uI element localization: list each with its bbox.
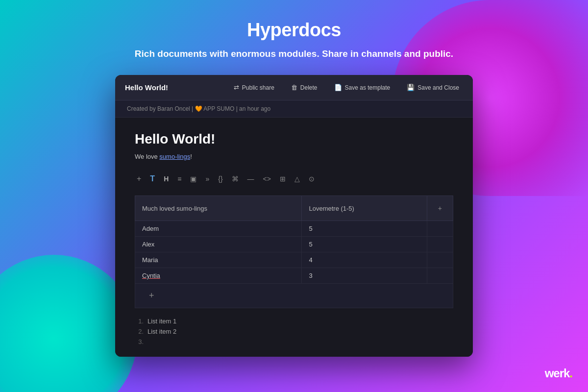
- save-close-label: Save and Close: [417, 84, 459, 91]
- list-text: List item 2: [147, 328, 176, 335]
- table-cell-value: 3: [302, 268, 427, 284]
- delete-label: Delete: [300, 84, 318, 91]
- werk-label: werk: [545, 367, 570, 380]
- page-title: Hyperdocs: [247, 20, 341, 41]
- public-share-label: Public share: [242, 84, 274, 91]
- share-icon: ⇄: [234, 84, 239, 91]
- add-column-button[interactable]: +: [434, 200, 446, 216]
- doc-heading: Hello World!: [135, 131, 453, 147]
- table-row: Maria4: [135, 252, 453, 268]
- warning-icon[interactable]: △: [293, 174, 302, 183]
- save-template-button[interactable]: 📄 Save as template: [330, 82, 394, 93]
- table-cell-name: Maria: [135, 252, 302, 268]
- meta-text: Created by Baran Oncel | 🧡 APP SUMO | an…: [127, 105, 270, 112]
- meta-bar: Created by Baran Oncel | 🧡 APP SUMO | an…: [115, 100, 473, 118]
- table-col1-header: Much loved sumo-lings: [135, 196, 302, 221]
- app-window: Hello World! ⇄ Public share 🗑 Delete 📄 S…: [115, 75, 473, 357]
- embed-icon[interactable]: ▣: [188, 174, 198, 183]
- table-icon[interactable]: ⊞: [278, 174, 288, 183]
- title-bar: Hello World! ⇄ Public share 🗑 Delete 📄 S…: [115, 75, 473, 100]
- table-cell-name: Cyntia: [135, 268, 302, 284]
- table-add-row-cell: +: [135, 284, 453, 308]
- page-subtitle: Rich documents with enormous modules. Sh…: [135, 49, 453, 59]
- doc-title: Hello World!: [125, 83, 168, 92]
- editor-toolbar: + T H ≡ ▣ » {} ⌘ — <> ⊞ △ ⊙: [135, 170, 453, 188]
- divider-icon[interactable]: —: [245, 174, 256, 183]
- table-cell-name: Adem: [135, 221, 302, 237]
- werk-dot: .: [569, 367, 572, 380]
- sumo-lings-link[interactable]: sumo-lings: [159, 153, 190, 160]
- doc-table: Much loved sumo-lings Lovemetre (1-5) + …: [135, 196, 453, 308]
- doc-list: 1.List item 12.List item 23.: [135, 316, 453, 347]
- page-content: Hyperdocs Rich documents with enormous m…: [0, 0, 588, 357]
- table-row: Adem5: [135, 221, 453, 237]
- table-cell-value: 5: [302, 237, 427, 252]
- werk-logo: werk.: [545, 367, 572, 380]
- add-block-icon[interactable]: +: [135, 174, 143, 184]
- mention-icon[interactable]: ⊙: [307, 174, 317, 183]
- toolbar-actions: ⇄ Public share 🗑 Delete 📄 Save as templa…: [230, 82, 463, 93]
- arrow-icon[interactable]: »: [203, 174, 211, 183]
- table-add-col-header: +: [427, 196, 453, 221]
- table-cell-value: 5: [302, 221, 427, 237]
- list-item: 2.List item 2: [135, 326, 453, 337]
- doc-paragraph: We love sumo-lings!: [135, 153, 453, 160]
- inline-code-icon[interactable]: <>: [261, 174, 273, 183]
- public-share-button[interactable]: ⇄ Public share: [230, 82, 278, 93]
- table-row: Alex5: [135, 237, 453, 252]
- text-icon[interactable]: T: [148, 174, 157, 184]
- table-cell-action: [427, 252, 453, 268]
- table-cell-value: 4: [302, 252, 427, 268]
- table-row: Cyntia3: [135, 268, 453, 284]
- list-number: 2.: [135, 328, 144, 335]
- list-text: List item 1: [147, 318, 176, 325]
- table-col2-header: Lovemetre (1-5): [302, 196, 427, 221]
- table-cell-action: [427, 221, 453, 237]
- heading-icon[interactable]: H: [162, 174, 171, 183]
- table-cell-name: Alex: [135, 237, 302, 252]
- list-icon[interactable]: ≡: [175, 174, 183, 183]
- list-item: 1.List item 1: [135, 316, 453, 326]
- doc-content: Hello World! We love sumo-lings! + T H ≡…: [115, 118, 473, 357]
- delete-button[interactable]: 🗑 Delete: [287, 82, 321, 93]
- code-icon[interactable]: {}: [216, 174, 224, 183]
- list-item: 3.: [135, 337, 453, 347]
- list-number: 3.: [135, 338, 144, 345]
- save-template-label: Save as template: [345, 84, 391, 91]
- template-icon: 📄: [334, 84, 342, 91]
- table-cell-action: [427, 268, 453, 284]
- save-icon: 💾: [407, 84, 415, 91]
- save-close-button[interactable]: 💾 Save and Close: [403, 82, 463, 93]
- delete-icon: 🗑: [291, 84, 297, 91]
- list-number: 1.: [135, 318, 144, 325]
- link-icon[interactable]: ⌘: [230, 174, 241, 183]
- add-row-button[interactable]: +: [142, 288, 161, 304]
- table-cell-action: [427, 237, 453, 252]
